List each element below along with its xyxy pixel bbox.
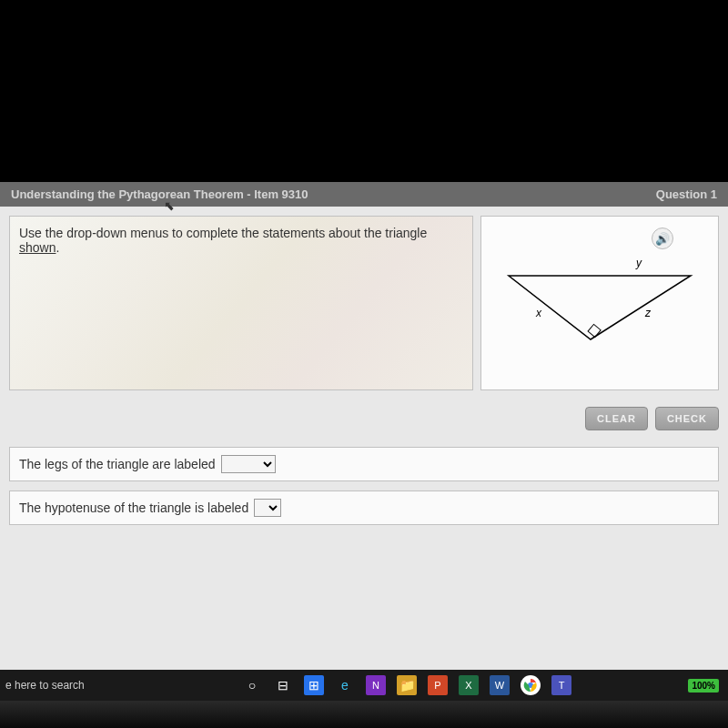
- hypotenuse-dropdown[interactable]: [254, 499, 281, 517]
- statement-hypotenuse: The hypotenuse of the triangle is labele…: [9, 490, 719, 525]
- task-view-icon[interactable]: ⊟: [273, 675, 293, 695]
- word-icon[interactable]: W: [490, 675, 510, 695]
- question-indicator: Question 1: [656, 187, 717, 201]
- battery-indicator: 100%: [688, 679, 719, 693]
- audio-icon[interactable]: 🔊: [652, 228, 673, 249]
- windows-taskbar: e here to search ○ ⊟ ⊞ e N 📁 P X W T 100…: [0, 670, 728, 701]
- triangle-label-z: z: [644, 307, 652, 319]
- taskbar-search-text[interactable]: e here to search: [0, 679, 187, 692]
- triangle-panel: y x z: [480, 216, 719, 390]
- instruction-text-suffix: .: [56, 240, 59, 255]
- edge-icon[interactable]: e: [335, 675, 355, 695]
- button-row: CLEAR CHECK: [0, 399, 728, 438]
- check-button[interactable]: CHECK: [655, 407, 719, 430]
- lesson-title: Understanding the Pythagorean Theorem - …: [11, 187, 308, 201]
- store-icon[interactable]: ⊞: [304, 675, 324, 695]
- taskbar-icon-group: ○ ⊟ ⊞ e N 📁 P X W T: [187, 675, 571, 695]
- instruction-text-prefix: Use the drop-down menus to complete the …: [19, 226, 427, 240]
- triangle-label-y: y: [635, 257, 642, 269]
- powerpoint-icon[interactable]: P: [428, 675, 448, 695]
- monitor-bezel: [0, 701, 728, 728]
- file-explorer-icon[interactable]: 📁: [397, 675, 417, 695]
- legs-dropdown[interactable]: [221, 455, 276, 473]
- triangle-diagram: y x z: [490, 226, 709, 380]
- statement-legs: The legs of the triangle are labeled ⬉: [9, 447, 719, 481]
- onenote-icon[interactable]: N: [366, 675, 386, 695]
- chrome-icon[interactable]: [521, 675, 541, 695]
- cortana-icon[interactable]: ○: [242, 675, 262, 695]
- browser-area: Understanding the Pythagorean Theorem - …: [0, 182, 728, 673]
- title-bar: Understanding the Pythagorean Theorem - …: [0, 182, 728, 207]
- triangle-label-x: x: [535, 307, 542, 319]
- excel-icon[interactable]: X: [459, 675, 479, 695]
- instruction-panel: Use the drop-down menus to complete the …: [9, 216, 473, 390]
- teams-icon[interactable]: T: [551, 675, 571, 695]
- statement-legs-text: The legs of the triangle are labeled: [19, 457, 216, 471]
- svg-rect-1: [588, 324, 601, 337]
- statement-hypotenuse-text: The hypotenuse of the triangle is labele…: [19, 500, 248, 515]
- clear-button[interactable]: CLEAR: [585, 407, 648, 430]
- shown-link[interactable]: shown: [19, 240, 56, 255]
